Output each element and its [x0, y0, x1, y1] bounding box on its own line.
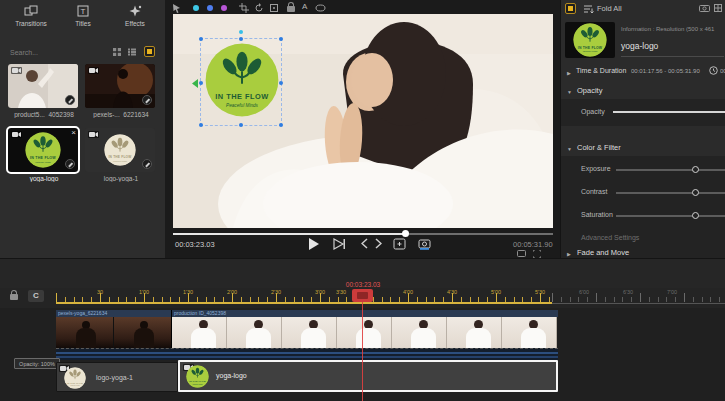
text-tool-icon[interactable]: A — [302, 2, 307, 11]
media-thumbnail[interactable]: IN THE FLOWPeaceful Minds — [85, 128, 155, 172]
track-lock-icon[interactable] — [10, 294, 18, 300]
snapshot-button[interactable] — [418, 238, 431, 250]
clip-info: Information : Resolution (500 x 461 — [621, 26, 725, 32]
playhead-timestamp: 00:03:23.03 — [338, 281, 388, 288]
properties-panel: Fold All IN THE FLOWPeaceful Minds Infor… — [560, 0, 725, 258]
expand-arrow-icon[interactable]: ▶ — [567, 70, 571, 76]
tab-titles[interactable]: T Titles — [58, 3, 108, 39]
svg-text:Peaceful Minds: Peaceful Minds — [226, 103, 259, 108]
pip-clip[interactable]: IN THE FLOWPeaceful Minds logo-yoga-1 — [56, 362, 178, 392]
cyan-marker-dot[interactable] — [193, 5, 199, 11]
media-item[interactable]: product5..._4052398 — [8, 64, 80, 118]
shape-tool-icon[interactable] — [315, 3, 326, 13]
video-preview[interactable]: IN THE FLOWPeaceful Minds — [173, 14, 553, 228]
collapse-arrow-icon[interactable]: ▼ — [567, 89, 572, 95]
grid-view-icon[interactable] — [112, 47, 122, 57]
audio-strip[interactable] — [56, 348, 558, 360]
tab-transitions[interactable]: Transitions — [6, 3, 56, 39]
pip-clip-logo: IN THE FLOWPeaceful Minds — [186, 365, 209, 388]
ruler-label: 2'30 — [271, 289, 281, 295]
media-item[interactable]: pexels-..._6221634 — [85, 64, 157, 118]
media-item-name: product5..._4052398 — [8, 111, 80, 118]
edit-pencil-icon[interactable] — [65, 159, 75, 169]
layout-icon[interactable] — [714, 4, 722, 12]
tab-label: Titles — [75, 20, 90, 27]
color-filter-section-header[interactable]: Color & Filter — [577, 143, 621, 152]
rotation-handle[interactable] — [239, 30, 243, 34]
handle-w[interactable] — [199, 81, 203, 85]
lock-icon[interactable] — [287, 6, 295, 12]
handle-se[interactable] — [279, 123, 283, 127]
handle-sw[interactable] — [199, 123, 203, 127]
seek-bar[interactable] — [173, 233, 553, 235]
media-item[interactable]: IN THE FLOWPeaceful Minds logo-yoga-1 — [85, 128, 157, 182]
playhead-line[interactable] — [362, 289, 363, 401]
opacity-slider[interactable] — [613, 111, 725, 113]
snap-toggle-button[interactable]: C — [28, 290, 44, 302]
saturation-knob[interactable] — [692, 212, 699, 219]
media-thumbnail[interactable] — [85, 64, 155, 108]
edit-pencil-icon[interactable] — [142, 95, 152, 105]
panel-toggle-icon[interactable] — [144, 46, 155, 57]
fullscreen-icon[interactable] — [533, 250, 541, 258]
playhead-marker[interactable] — [352, 289, 373, 302]
fold-all-icon[interactable] — [584, 5, 594, 14]
fold-all-button[interactable]: Fold All — [597, 4, 622, 13]
video-clip[interactable]: production ID_4052398 — [172, 310, 558, 348]
green-trim-handle[interactable] — [192, 79, 199, 88]
magenta-marker-dot[interactable] — [221, 5, 227, 11]
rotate-tool-icon[interactable] — [254, 3, 264, 13]
exposure-slider[interactable] — [616, 169, 725, 171]
seek-handle[interactable] — [402, 230, 409, 237]
contrast-knob[interactable] — [692, 189, 699, 196]
pip-clip-name: yoga-logo — [216, 372, 247, 379]
previous-frame-button[interactable] — [361, 238, 368, 249]
current-time: 00:03:23.03 — [175, 240, 215, 249]
video-clip[interactable]: pexels-yoga_6221634 — [56, 310, 172, 348]
pip-clip-selected[interactable]: IN THE FLOWPeaceful Minds yoga-logo — [178, 360, 558, 392]
track-opacity-tag: Opacity: 100% — [14, 358, 60, 369]
handle-ne[interactable] — [279, 37, 283, 41]
exposure-knob[interactable] — [692, 166, 699, 173]
timeline: C 30 1'00 1'30 2'00 2'30 3'00 3'30 4'00 … — [0, 288, 725, 401]
expand-arrow-icon[interactable]: ▶ — [567, 251, 571, 257]
play-button[interactable] — [308, 238, 319, 250]
media-thumbnail[interactable] — [8, 64, 78, 108]
list-view-icon[interactable] — [127, 47, 137, 57]
handle-n[interactable] — [239, 37, 243, 41]
close-icon[interactable]: × — [71, 129, 76, 137]
handle-e[interactable] — [279, 81, 283, 85]
panel-toggle-icon[interactable] — [565, 3, 576, 14]
contrast-slider[interactable] — [616, 192, 725, 194]
add-freeze-frame-button[interactable] — [393, 238, 406, 250]
collapse-arrow-icon[interactable]: ▼ — [567, 146, 572, 152]
opacity-section-header[interactable]: Opacity — [577, 86, 602, 95]
play-to-end-button[interactable] — [333, 238, 345, 250]
ruler-label: 5'30 — [535, 289, 545, 295]
crop-tool-icon[interactable] — [239, 3, 249, 13]
media-item-selected[interactable]: IN THE FLOWPeaceful Minds × yoga-logo — [8, 128, 80, 182]
ruler-label: 1'00 — [139, 289, 149, 295]
saturation-slider[interactable] — [616, 215, 725, 217]
snapshot-icon[interactable] — [699, 4, 710, 12]
mini-screen-icon[interactable] — [517, 250, 526, 257]
video-type-icon — [88, 67, 99, 74]
cursor-icon[interactable] — [172, 3, 182, 13]
clock-icon[interactable] — [709, 66, 718, 75]
blue-marker-dot[interactable] — [207, 5, 213, 11]
next-frame-button[interactable] — [375, 238, 382, 249]
search-input[interactable] — [8, 46, 98, 59]
clip-name-field[interactable]: yoga-logo — [621, 41, 658, 51]
fade-move-section-header[interactable]: Fade and Move — [577, 248, 629, 257]
tab-label: Effects — [125, 20, 145, 27]
tab-effects[interactable]: Effects — [110, 3, 160, 39]
logo-yoga-1-image: IN THE FLOWPeaceful Minds — [104, 134, 136, 166]
overlay-logo-image[interactable]: IN THE FLOWPeaceful Minds — [205, 43, 279, 117]
handle-s[interactable] — [239, 123, 243, 127]
edit-pencil-icon[interactable] — [142, 159, 152, 169]
handle-nw[interactable] — [199, 37, 203, 41]
media-thumbnail[interactable]: IN THE FLOWPeaceful Minds × — [8, 128, 78, 172]
edit-pencil-icon[interactable] — [65, 95, 75, 105]
transform-tool-icon[interactable] — [269, 3, 279, 13]
advanced-settings-link[interactable]: Advanced Settings — [581, 234, 639, 241]
